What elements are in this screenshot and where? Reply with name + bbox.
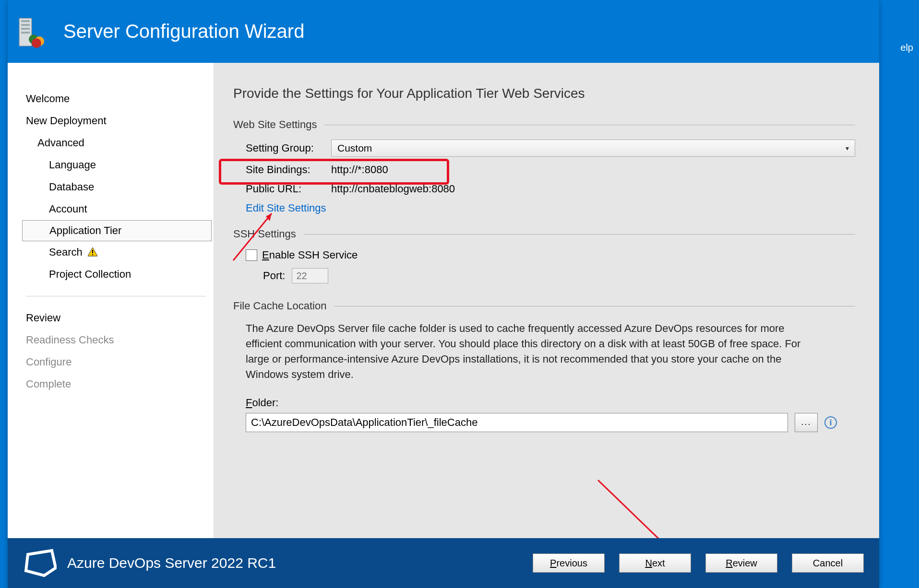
folder-input[interactable] (246, 413, 788, 432)
review-button[interactable]: Review (705, 553, 777, 573)
sidebar-item-language[interactable]: Language (26, 154, 214, 176)
section-file-cache: File Cache Location (233, 300, 855, 312)
ssh-port-input (292, 268, 328, 283)
cancel-button[interactable]: Cancel (792, 553, 864, 573)
row-setting-group: Setting Group: Custom ▾ (246, 140, 855, 157)
svg-marker-15 (26, 551, 56, 576)
warning-icon (87, 247, 98, 257)
svg-rect-10 (92, 254, 93, 255)
site-bindings-label: Site Bindings: (246, 164, 322, 176)
site-bindings-value: http://*:8080 (331, 164, 388, 176)
sidebar-item-configure: Configure (26, 351, 214, 373)
sidebar-item-application-tier[interactable]: Application Tier (22, 220, 212, 241)
footer-product-name: Azure DevOps Server 2022 RC1 (67, 555, 522, 571)
enable-ssh-checkbox[interactable] (246, 249, 257, 261)
sidebar-item-database[interactable]: Database (26, 176, 214, 198)
sidebar-item-welcome[interactable]: Welcome (26, 88, 214, 110)
info-icon[interactable]: i (824, 416, 837, 429)
row-site-bindings: Site Bindings: http://*:8080 (246, 164, 855, 176)
previous-button[interactable]: Previous (533, 553, 605, 573)
ssh-port-row: Port: (246, 268, 855, 283)
next-button[interactable]: Next (619, 553, 691, 573)
svg-rect-9 (92, 250, 93, 253)
sidebar-item-readiness-checks: Readiness Checks (26, 329, 214, 351)
svg-rect-4 (21, 32, 30, 34)
svg-point-7 (32, 38, 41, 48)
sidebar-item-account[interactable]: Account (26, 198, 214, 220)
section-ssh-settings: SSH Settings (233, 228, 855, 240)
wizard-footer: Azure DevOps Server 2022 RC1 Previous Ne… (8, 538, 879, 588)
enable-ssh-label: Enable SSH Service (262, 249, 358, 261)
setting-group-label: Setting Group: (246, 142, 322, 154)
sidebar-item-new-deployment[interactable]: New Deployment (26, 110, 214, 132)
browse-button[interactable]: ... (795, 413, 818, 432)
enable-ssh-row: Enable SSH Service (246, 249, 855, 261)
svg-line-13 (598, 480, 670, 538)
row-public-url: Public URL: http://cnbateblogweb:8080 (246, 183, 855, 195)
folder-label: Folder: (233, 397, 855, 409)
edit-site-settings-link[interactable]: Edit Site Settings (246, 202, 326, 214)
svg-rect-3 (21, 28, 30, 30)
background-help-text: elp (900, 42, 913, 53)
sidebar-item-complete: Complete (26, 373, 214, 395)
public-url-value: http://cnbateblogweb:8080 (331, 183, 455, 195)
section-website-settings: Web Site Settings (233, 118, 855, 131)
file-cache-description: The Azure DevOps Server file cache folde… (233, 321, 824, 382)
sidebar-item-advanced[interactable]: Advanced (26, 132, 214, 154)
wizard-content: Provide the Settings for Your Applicatio… (214, 63, 879, 538)
annotation-arrow-next (593, 475, 680, 538)
public-url-label: Public URL: (246, 183, 322, 195)
sidebar-item-review[interactable]: Review (26, 307, 214, 329)
chevron-down-icon: ▾ (846, 144, 849, 152)
svg-rect-1 (21, 20, 30, 22)
ssh-port-label: Port: (263, 270, 285, 282)
devops-logo-icon (23, 549, 57, 577)
sidebar-item-search[interactable]: Search (26, 241, 214, 263)
wizard-dialog: Server Configuration Wizard Welcome New … (8, 0, 879, 588)
sidebar-item-label: Search (49, 246, 83, 258)
page-title: Provide the Settings for Your Applicatio… (233, 86, 855, 101)
svg-rect-2 (21, 24, 30, 26)
setting-group-dropdown[interactable]: Custom ▾ (331, 140, 855, 157)
setting-group-value: Custom (337, 142, 372, 154)
sidebar-item-project-collection[interactable]: Project Collection (26, 263, 214, 285)
server-icon (16, 15, 49, 48)
title-text: Server Configuration Wizard (63, 21, 304, 42)
title-bar: Server Configuration Wizard (8, 0, 879, 63)
wizard-sidebar: Welcome New Deployment Advanced Language… (8, 63, 214, 538)
